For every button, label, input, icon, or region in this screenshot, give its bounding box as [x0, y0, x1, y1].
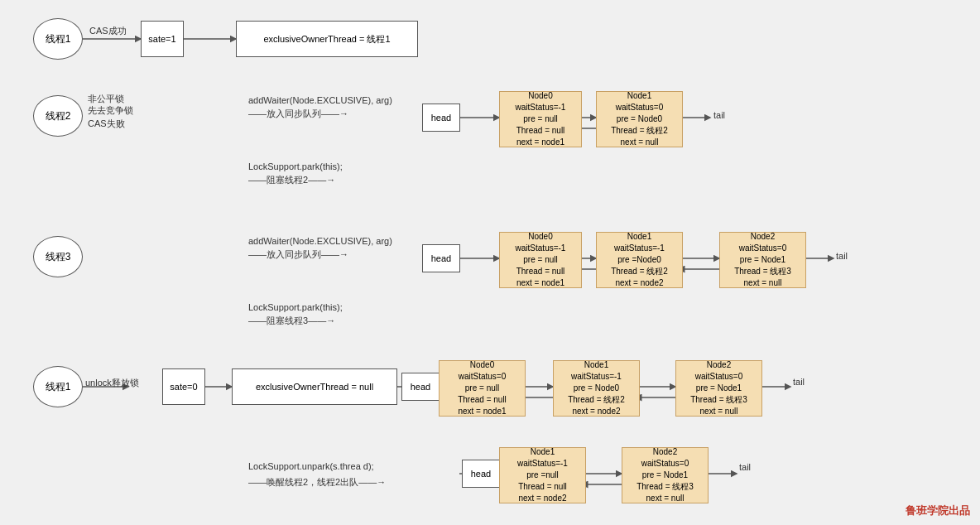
sate1-box: sate=1	[141, 21, 184, 57]
unlock-label: unlock释放锁	[85, 377, 139, 389]
tail-label-s4: tail	[793, 377, 805, 387]
main-canvas: 线程1 CAS成功 sate=1 exclusiveOwnerThread = …	[0, 0, 980, 525]
exclusive-thread1-box: exclusiveOwnerThread = 线程1	[236, 21, 418, 57]
tail-label-s5: tail	[739, 462, 751, 472]
tail-label-s2: tail	[713, 110, 725, 120]
node0-s3: Node0 waitStatus=-1 pre = null Thread = …	[499, 232, 582, 288]
cas-success-label: CAS成功	[89, 25, 127, 37]
lock-support-s2: LockSupport.park(this);	[248, 161, 343, 171]
compete-label: 先去竞争锁	[88, 104, 133, 117]
arrows-svg	[0, 0, 980, 525]
node2-s3: Node2 waitStatus=0 pre = Node1 Thread = …	[719, 232, 806, 288]
node1-s4: Node1 waitStatus=-1 pre = Node0 Thread =…	[553, 360, 640, 417]
thread1-circle-s4: 线程1	[33, 366, 83, 407]
exclusive-null-box: exclusiveOwnerThread = null	[232, 368, 397, 405]
node2-s4: Node2 waitStatus=0 pre = Node1 Thread = …	[675, 360, 762, 417]
non-fair-label: 非公平锁	[88, 93, 124, 105]
node2-s5: Node2 waitStatus=0 pre = Node1 Thread = …	[622, 447, 709, 503]
block-thread2: ——阻塞线程2——→	[248, 174, 335, 186]
thread2-circle: 线程2	[33, 95, 83, 137]
sate0-box: sate=0	[162, 368, 205, 405]
node1-s2: Node1 waitStatus=0 pre = Node0 Thread = …	[596, 91, 683, 147]
lock-support-s3: LockSupport.park(this);	[248, 302, 343, 312]
head-box-s4: head	[401, 373, 440, 401]
head-box-s2: head	[422, 104, 460, 132]
sync-queue-s2: ——放入同步队列——→	[248, 108, 348, 120]
head-box-s5: head	[462, 460, 500, 488]
sync-queue-s3: ——放入同步队列——→	[248, 248, 348, 261]
node1-s5: Node1 waitStatus=-1 pre =null Thread = n…	[499, 447, 586, 503]
node1-s3: Node1 waitStatus=-1 pre =Node0 Thread = …	[596, 232, 683, 288]
tail-label-s3: tail	[836, 251, 848, 261]
add-waiter-s3: addWaiter(Node.EXCLUSIVE), arg)	[248, 236, 392, 246]
block-thread3: ——阻塞线程3——→	[248, 315, 335, 327]
watermark: 鲁班学院出品	[906, 503, 970, 518]
head-box-s3: head	[422, 244, 460, 272]
lock-unpark-label: LockSupport.unpark(s.threa d);	[248, 460, 374, 474]
thread1-circle-s1: 线程1	[33, 18, 83, 60]
node0-s4: Node0 waitStatus=0 pre = null Thread = n…	[439, 360, 526, 417]
node0-s2: Node0 waitStatus=-1 pre = null Thread = …	[499, 91, 582, 147]
cas-fail-label: CAS失败	[88, 118, 125, 130]
add-waiter-s2: addWaiter(Node.EXCLUSIVE), arg)	[248, 95, 392, 105]
thread3-circle: 线程3	[33, 236, 83, 277]
wake-thread2-label: ——唤醒线程2，线程2出队——→	[248, 476, 386, 489]
